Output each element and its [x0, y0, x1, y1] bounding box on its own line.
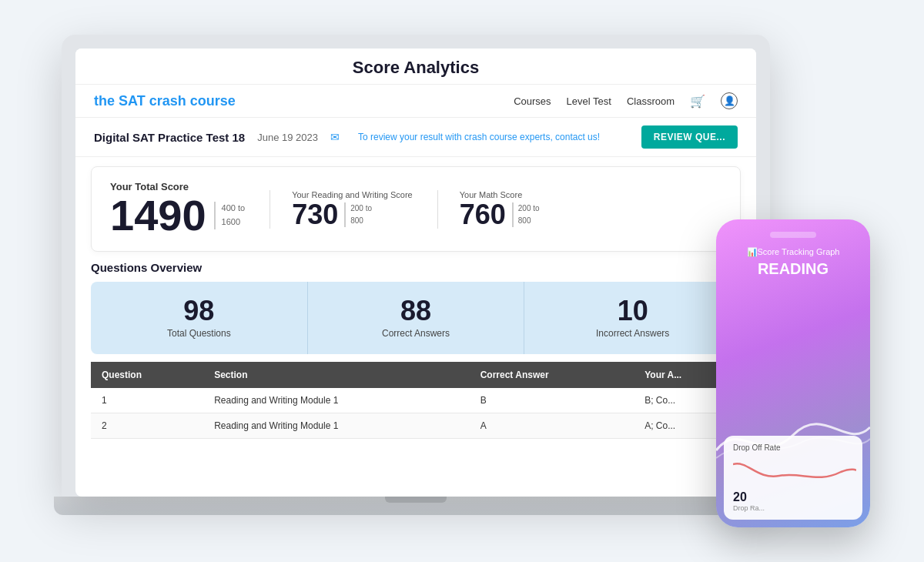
nav-links: Courses Level Test Classroom 🛒 👤: [514, 92, 738, 109]
scene: Score Analytics the SAT crash course Cou…: [38, 19, 886, 543]
phone-wrapper: 📊Score Tracking Graph READING Drop Off R…: [716, 219, 870, 527]
overview-correct: 88 Correct Answers: [308, 282, 525, 354]
total-range-1: 400 to: [222, 202, 246, 216]
math-score-section: Your Math Score 760 200 to 800: [437, 190, 540, 229]
overview-total: 98 Total Questions: [91, 282, 308, 354]
page-title: Score Analytics: [75, 58, 756, 78]
total-score-section: Your Total Score 1490 400 to 1600: [110, 181, 245, 237]
email-icon: ✉: [330, 131, 340, 143]
laptop-notch: [385, 497, 447, 503]
math-score-info: Your Math Score 760 200 to 800: [460, 190, 540, 229]
table-row: 1 Reading and Writing Module 1 B B; Co..…: [91, 388, 741, 413]
math-range-1: 200 to: [518, 202, 540, 215]
overview-correct-label: Correct Answers: [316, 328, 517, 339]
col-section: Section: [203, 362, 470, 388]
nav-courses[interactable]: Courses: [514, 95, 551, 107]
overview-incorrect-num: 10: [532, 297, 733, 325]
cart-icon[interactable]: 🛒: [690, 94, 705, 109]
phone-card: Drop Off Rate 20 Drop Ra...: [724, 436, 862, 520]
reading-score-section: Your Reading and Writing Score 730 200 t…: [270, 190, 413, 229]
test-date: June 19 2023: [257, 132, 318, 143]
nav-level-test[interactable]: Level Test: [567, 95, 611, 107]
overview-incorrect-label: Incorrect Answers: [532, 328, 733, 339]
phone-outer: 📊Score Tracking Graph READING Drop Off R…: [716, 219, 870, 527]
math-score-range: 200 to 800: [512, 202, 540, 227]
cell-correct1: B: [470, 388, 634, 413]
logo-sat: SAT: [119, 93, 146, 109]
phone-header-text: 📊Score Tracking Graph: [725, 247, 861, 257]
questions-section: Questions Overview 98 Total Questions 88…: [91, 261, 741, 354]
overview-total-num: 98: [99, 297, 300, 325]
phone-notch: [770, 232, 816, 238]
nav-bar: the SAT crash course Courses Level Test …: [75, 85, 756, 118]
logo: the SAT crash course: [94, 93, 236, 109]
math-score-label: Your Math Score: [460, 190, 540, 199]
logo-rest: crash course: [146, 93, 236, 109]
total-score-value: 1490: [110, 194, 206, 237]
overview-total-label: Total Questions: [99, 328, 300, 339]
reading-score-info: Your Reading and Writing Score 730 200 t…: [292, 190, 413, 229]
review-button[interactable]: REVIEW QUE...: [641, 125, 738, 149]
logo-the: the: [94, 93, 119, 109]
questions-overview: 98 Total Questions 88 Correct Answers 10…: [91, 282, 741, 354]
screen-header: Score Analytics: [75, 49, 756, 85]
nav-classroom[interactable]: Classroom: [627, 95, 675, 107]
reading-score-value: 730: [292, 201, 338, 229]
page-subtitle: Digital SAT Practice Test 18 June 19 202…: [75, 118, 756, 157]
phone-card-title: Drop Off Rate: [733, 443, 853, 452]
cell-q1: 1: [91, 388, 203, 413]
total-score-info: Your Total Score 1490 400 to 1600: [110, 181, 245, 237]
overview-correct-num: 88: [316, 297, 517, 325]
total-range-2: 1600: [222, 216, 246, 229]
math-range-2: 800: [518, 215, 540, 227]
cell-section2: Reading and Writing Module 1: [203, 413, 470, 439]
reading-score-range: 200 to 800: [344, 202, 372, 227]
cell-section1: Reading and Writing Module 1: [203, 388, 470, 413]
score-card: Your Total Score 1490 400 to 1600: [91, 166, 741, 252]
contact-link[interactable]: To review your result with crash course …: [358, 132, 600, 142]
col-question: Question: [91, 362, 203, 388]
reading-score-label: Your Reading and Writing Score: [292, 190, 413, 199]
total-score-range: 400 to 1600: [214, 202, 246, 229]
overview-incorrect: 10 Incorrect Answers: [524, 282, 741, 354]
user-icon[interactable]: 👤: [721, 92, 738, 109]
table-row: 2 Reading and Writing Module 1 A A; Co..…: [91, 413, 741, 439]
cell-correct2: A: [470, 413, 634, 439]
laptop-outer: Score Analytics the SAT crash course Cou…: [62, 35, 770, 497]
phone-title: READING: [725, 260, 861, 278]
questions-title: Questions Overview: [91, 261, 741, 274]
cell-q2: 2: [91, 413, 203, 439]
reading-range-2: 800: [350, 215, 372, 227]
test-name: Digital SAT Practice Test 18: [94, 131, 245, 144]
questions-table: Question Section Correct Answer Your A..…: [91, 362, 741, 439]
col-correct: Correct Answer: [470, 362, 634, 388]
laptop-wrapper: Score Analytics the SAT crash course Cou…: [62, 35, 770, 543]
table-header-row: Question Section Correct Answer Your A..…: [91, 362, 741, 388]
reading-range-1: 200 to: [350, 202, 372, 215]
phone-card-number: 20: [733, 490, 853, 504]
math-score-value: 760: [460, 201, 506, 229]
phone-card-desc: Drop Ra...: [733, 504, 853, 512]
laptop-screen: Score Analytics the SAT crash course Cou…: [75, 49, 756, 497]
phone-chart-area: [733, 457, 853, 487]
laptop-base: [54, 497, 778, 515]
